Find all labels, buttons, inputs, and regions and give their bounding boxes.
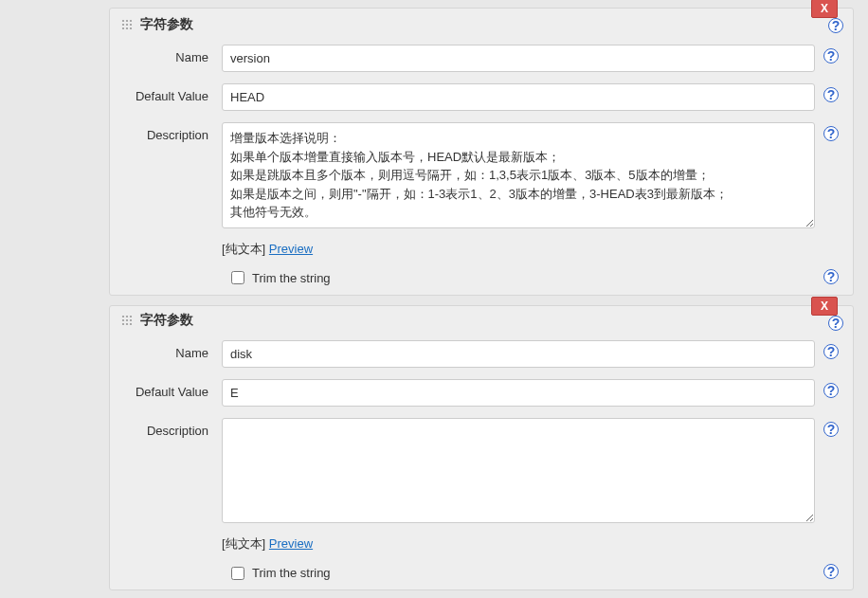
svg-point-7 xyxy=(126,27,128,29)
description-format-row: [纯文本] Preview xyxy=(110,237,853,265)
section-title: 字符参数 xyxy=(140,312,193,329)
help-icon[interactable]: ? xyxy=(823,344,839,359)
svg-point-11 xyxy=(130,315,132,317)
plain-text-label: [纯文本] xyxy=(222,536,265,551)
preview-link[interactable]: Preview xyxy=(269,242,313,256)
name-label: Name xyxy=(127,45,222,64)
description-label: Description xyxy=(127,122,222,142)
svg-point-3 xyxy=(122,24,124,26)
svg-point-5 xyxy=(130,24,132,26)
svg-point-15 xyxy=(122,322,124,324)
svg-point-6 xyxy=(122,27,124,29)
svg-point-10 xyxy=(126,315,128,317)
help-icon[interactable]: ? xyxy=(823,48,839,63)
default-value-input[interactable] xyxy=(222,83,815,111)
svg-point-16 xyxy=(126,322,128,324)
drag-handle-icon[interactable] xyxy=(121,19,133,30)
help-icon[interactable]: ? xyxy=(823,383,839,398)
preview-link[interactable]: Preview xyxy=(269,536,313,551)
help-icon[interactable]: ? xyxy=(828,18,843,33)
help-icon[interactable]: ? xyxy=(823,269,839,284)
left-sidebar-area xyxy=(0,0,109,598)
svg-point-12 xyxy=(122,318,124,320)
description-format-row: [纯文本] Preview xyxy=(110,532,853,560)
default-value-label: Default Value xyxy=(127,379,222,399)
name-input[interactable] xyxy=(222,340,815,368)
name-input[interactable] xyxy=(222,45,815,72)
svg-point-0 xyxy=(122,20,124,22)
plain-text-label: [纯文本] xyxy=(222,242,265,256)
trim-checkbox[interactable] xyxy=(231,567,244,580)
trim-checkbox[interactable] xyxy=(231,271,244,284)
section-title: 字符参数 xyxy=(140,16,193,33)
description-textarea[interactable] xyxy=(222,122,815,228)
svg-point-13 xyxy=(126,318,128,320)
description-textarea[interactable] xyxy=(222,418,815,524)
trim-label: Trim the string xyxy=(252,566,331,580)
trim-label: Trim the string xyxy=(252,271,331,285)
default-value-input[interactable] xyxy=(222,379,815,407)
svg-point-17 xyxy=(130,322,132,324)
description-label: Description xyxy=(127,418,222,438)
svg-point-1 xyxy=(126,20,128,22)
drag-handle-icon[interactable] xyxy=(121,315,133,326)
svg-point-4 xyxy=(126,24,128,26)
string-parameter-block: X 字符参数 ? Name ? xyxy=(109,8,854,296)
help-icon[interactable]: ? xyxy=(823,564,839,579)
help-icon[interactable]: ? xyxy=(823,422,839,437)
help-icon[interactable]: ? xyxy=(828,316,843,331)
help-icon[interactable]: ? xyxy=(823,87,839,102)
svg-point-8 xyxy=(130,27,132,29)
svg-point-2 xyxy=(130,20,132,22)
default-value-label: Default Value xyxy=(127,83,222,103)
string-parameter-block: X 字符参数 ? Name ? xyxy=(109,305,854,591)
svg-point-14 xyxy=(130,318,132,320)
name-label: Name xyxy=(127,340,222,360)
help-icon[interactable]: ? xyxy=(823,126,839,141)
svg-point-9 xyxy=(122,315,124,317)
